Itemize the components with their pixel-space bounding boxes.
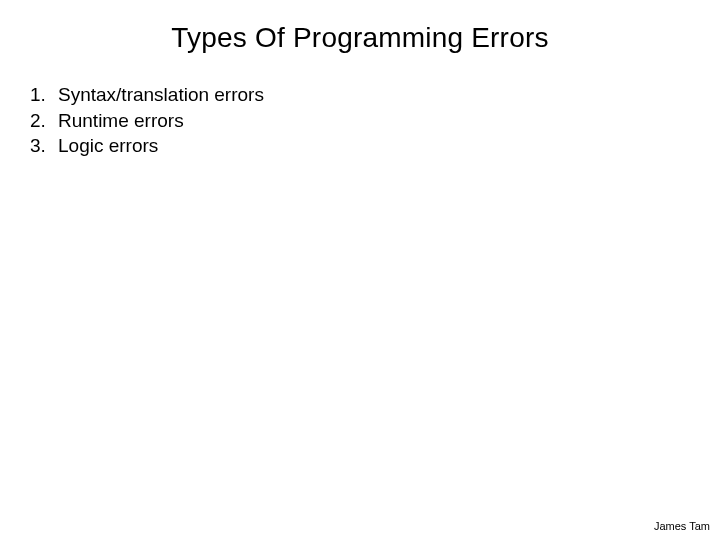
list-number: 2.	[30, 108, 56, 134]
list-text: Logic errors	[56, 133, 158, 159]
list-item: 3. Logic errors	[30, 133, 720, 159]
footer-author: James Tam	[654, 520, 710, 532]
list-number: 1.	[30, 82, 56, 108]
list-number: 3.	[30, 133, 56, 159]
list-text: Runtime errors	[56, 108, 184, 134]
list-item: 2. Runtime errors	[30, 108, 720, 134]
content-list: 1. Syntax/translation errors 2. Runtime …	[0, 82, 720, 159]
slide-title: Types Of Programming Errors	[0, 0, 720, 54]
list-text: Syntax/translation errors	[56, 82, 264, 108]
list-item: 1. Syntax/translation errors	[30, 82, 720, 108]
